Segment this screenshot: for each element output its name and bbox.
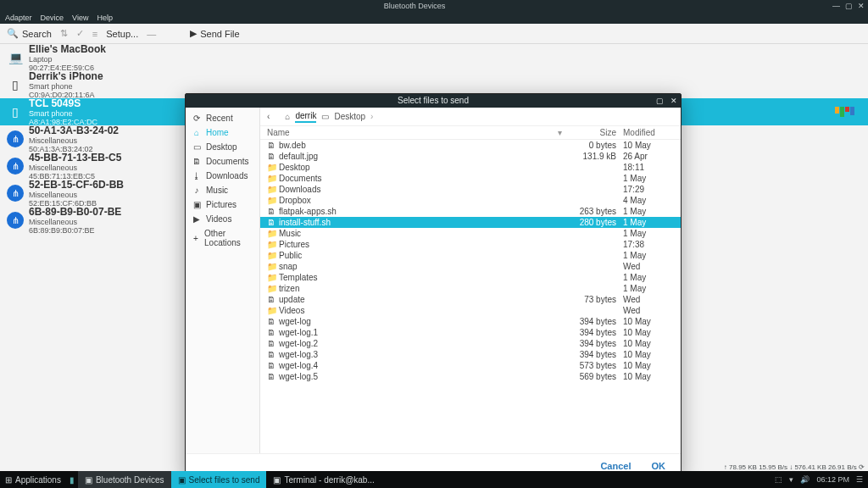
col-name[interactable]: Name xyxy=(267,128,558,137)
search-button[interactable]: 🔍Search xyxy=(7,28,52,39)
taskbar-item-label: Select files to send xyxy=(189,475,260,485)
dialog-maximize-button[interactable]: ▢ xyxy=(656,94,664,108)
back-button[interactable]: ‹ xyxy=(267,112,270,121)
cancel-button[interactable]: Cancel xyxy=(600,461,631,471)
file-size: 569 bytes xyxy=(567,372,623,381)
sidebar-item-pictures[interactable]: ▣Pictures xyxy=(186,197,259,212)
file-row[interactable]: 🗎install-stuff.sh280 bytes1 May xyxy=(260,217,681,228)
file-row[interactable]: 🗎bw.deb0 bytes10 May xyxy=(260,140,681,151)
file-name: wget-log.4 xyxy=(277,361,567,370)
sidebar-item-music[interactable]: ♪Music xyxy=(186,183,259,197)
folder-icon: 📁 xyxy=(267,306,277,315)
file-icon: 🗎 xyxy=(267,152,277,161)
file-row[interactable]: 📁Documents1 May xyxy=(260,173,681,184)
file-name: wget-log.1 xyxy=(277,328,567,337)
sidebar-icon: ▣ xyxy=(192,200,201,209)
bluetooth-icon: ⋔ xyxy=(7,130,24,147)
device-row[interactable]: 💻Ellie's MacBookLaptop90:27:E4:EE:59:C6 xyxy=(0,44,868,71)
search-icon: 🔍 xyxy=(7,28,19,39)
file-name: Documents xyxy=(277,174,567,183)
network-stats: ↑ 78.95 KB 15.95 B/s ↓ 576.41 KB 26.91 B… xyxy=(724,463,865,471)
taskbar-item[interactable]: ▣Terminal - derrik@kab... xyxy=(266,471,381,488)
file-row[interactable]: 📁VideosWed xyxy=(260,305,681,316)
minimize-button[interactable]: — xyxy=(832,0,840,12)
menu-adapter[interactable]: Adapter xyxy=(5,12,32,24)
file-size: 394 bytes xyxy=(567,328,623,337)
file-name: bw.deb xyxy=(277,141,567,150)
file-modified: Wed xyxy=(623,295,674,304)
menu-view[interactable]: View xyxy=(72,12,88,24)
sidebar-item-other-locations[interactable]: +Other Locations xyxy=(186,226,259,250)
menu-help[interactable]: Help xyxy=(97,12,113,24)
file-name: wget-log.5 xyxy=(277,372,567,381)
bluetooth-icon: ⋔ xyxy=(7,185,24,202)
file-row[interactable]: 📁Desktop18:11 xyxy=(260,162,681,173)
sidebar-label: Desktop xyxy=(206,142,237,152)
maximize-button[interactable]: ▢ xyxy=(845,0,853,12)
sidebar-item-downloads[interactable]: ⭳Downloads xyxy=(186,169,259,183)
file-modified: Wed xyxy=(623,306,674,315)
file-row[interactable]: 📁trizen1 May xyxy=(260,283,681,294)
file-name: Music xyxy=(277,229,567,238)
file-row[interactable]: 🗎wget-log.1394 bytes10 May xyxy=(260,327,681,338)
file-row[interactable]: 📁Downloads17:29 xyxy=(260,184,681,195)
device-status-icon xyxy=(835,107,854,117)
file-row[interactable]: 🗎default.jpg131.9 kB26 Apr xyxy=(260,151,681,162)
file-row[interactable]: 🗎wget-log394 bytes10 May xyxy=(260,316,681,327)
col-size[interactable]: Size xyxy=(567,128,623,137)
file-name: Downloads xyxy=(277,185,567,194)
file-row[interactable]: 📁Dropbox4 May xyxy=(260,195,681,206)
file-modified: 4 May xyxy=(623,196,674,205)
taskbar-item[interactable]: ▣Bluetooth Devices xyxy=(78,471,171,488)
sidebar-item-home[interactable]: ⌂Home xyxy=(186,125,259,140)
device-name: 6B-89-B9-B0-07-BE xyxy=(29,206,121,218)
breadcrumb-desktop[interactable]: Desktop xyxy=(334,112,365,121)
file-row[interactable]: 📁Pictures17:38 xyxy=(260,239,681,250)
home-icon: ⌂ xyxy=(285,112,290,121)
breadcrumb-home[interactable]: derrik xyxy=(295,111,316,123)
tray-user-icon[interactable]: ☰ xyxy=(856,475,863,484)
file-row[interactable]: 📁snapWed xyxy=(260,261,681,272)
file-row[interactable]: 🗎wget-log.3394 bytes10 May xyxy=(260,349,681,360)
file-modified: 1 May xyxy=(623,251,674,260)
sidebar-item-documents[interactable]: 🗎Documents xyxy=(186,154,259,169)
setup-button[interactable]: Setup... xyxy=(106,29,138,39)
tray-volume-icon[interactable]: 🔊 xyxy=(800,475,810,484)
file-icon: 🗎 xyxy=(267,207,277,216)
sidebar-item-recent[interactable]: ⟳Recent xyxy=(186,111,259,125)
col-modified[interactable]: Modified xyxy=(623,128,674,137)
menu-device[interactable]: Device xyxy=(41,12,64,24)
sidebar-item-videos[interactable]: ▶Videos xyxy=(186,212,259,226)
send-icon: ▶ xyxy=(190,28,197,39)
taskbar-item[interactable]: ▣Select files to send xyxy=(171,471,267,488)
send-file-button[interactable]: ▶Send File xyxy=(190,28,239,39)
dialog-close-button[interactable]: ✕ xyxy=(670,94,677,108)
file-row[interactable]: 🗎flatpak-apps.sh263 bytes1 May xyxy=(260,206,681,217)
ok-button[interactable]: OK xyxy=(652,461,666,471)
tray-dropbox-icon[interactable]: ⬚ xyxy=(775,475,782,484)
file-size: 394 bytes xyxy=(567,339,623,348)
close-button[interactable]: ✕ xyxy=(858,0,865,12)
file-list-header[interactable]: Name ▾ Size Modified xyxy=(260,126,681,140)
file-row[interactable]: 📁Templates1 May xyxy=(260,272,681,283)
file-row[interactable]: 🗎wget-log.2394 bytes10 May xyxy=(260,338,681,349)
applications-menu[interactable]: ⊞ Applications xyxy=(0,475,66,485)
file-list[interactable]: 🗎bw.deb0 bytes10 May🗎default.jpg131.9 kB… xyxy=(260,140,681,453)
sidebar-icon: ⟳ xyxy=(192,114,201,123)
tray-network-icon[interactable]: ▾ xyxy=(789,475,793,484)
file-row[interactable]: 📁Public1 May xyxy=(260,250,681,261)
device-type: Miscellaneous xyxy=(29,136,119,145)
workspace-icon[interactable]: ▮ xyxy=(66,475,78,485)
file-modified: 1 May xyxy=(623,284,674,293)
device-type: Miscellaneous xyxy=(29,191,124,199)
clock[interactable]: 06:12 PM xyxy=(816,475,849,484)
file-row[interactable]: 🗎update73 bytesWed xyxy=(260,294,681,305)
folder-icon: ▭ xyxy=(321,112,329,121)
file-row[interactable]: 📁Music1 May xyxy=(260,228,681,239)
sidebar-icon: ▭ xyxy=(192,142,201,152)
sidebar-item-desktop[interactable]: ▭Desktop xyxy=(186,140,259,154)
file-size: 131.9 kB xyxy=(567,152,623,161)
file-row[interactable]: 🗎wget-log.4573 bytes10 May xyxy=(260,360,681,371)
file-row[interactable]: 🗎wget-log.5569 bytes10 May xyxy=(260,371,681,382)
file-size: 573 bytes xyxy=(567,361,623,370)
